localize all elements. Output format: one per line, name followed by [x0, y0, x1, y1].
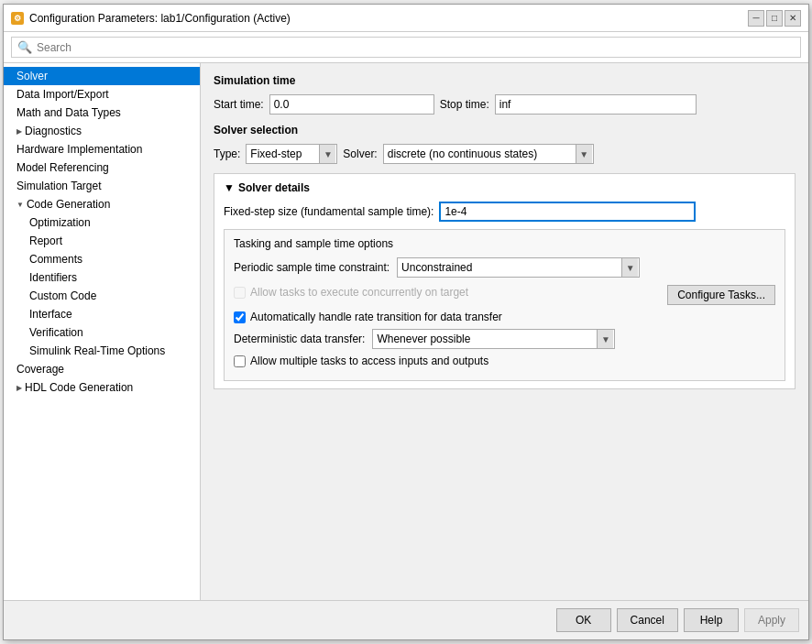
app-icon: ⚙: [11, 12, 24, 25]
sidebar-label-hdl-code-generation: HDL Code Generation: [25, 381, 133, 394]
deterministic-row: Deterministic data transfer: Whenever po…: [234, 329, 775, 349]
periodic-select[interactable]: Unconstrained Ensure sample time indepen…: [397, 257, 640, 278]
panel: Simulation time Start time: Stop time: S…: [201, 63, 808, 600]
tasking-title: Tasking and sample time options: [234, 237, 775, 250]
sidebar-item-hdl-code-generation[interactable]: ▶ HDL Code Generation: [4, 378, 200, 397]
allow-multiple-label: Allow multiple tasks to access inputs an…: [250, 355, 488, 367]
sidebar-item-simulink-real-time-options[interactable]: Simulink Real-Time Options: [4, 342, 200, 360]
titlebar: ⚙ Configuration Parameters: lab1/Configu…: [4, 5, 808, 32]
stop-time-label: Stop time:: [440, 98, 489, 111]
solver-details-section: ▼ Solver details Fixed-step size (fundam…: [214, 173, 796, 389]
main-window: ⚙ Configuration Parameters: lab1/Configu…: [3, 4, 809, 640]
solver-selection-section: Solver selection Type: Fixed-step Variab…: [214, 124, 796, 164]
sidebar-label-diagnostics: Diagnostics: [25, 125, 82, 137]
solver-details-label: Solver details: [238, 181, 310, 194]
minimize-button[interactable]: ─: [748, 10, 764, 27]
fixed-step-label: Fixed-step size (fundamental sample time…: [224, 205, 433, 218]
solver-selection-title: Solver selection: [214, 124, 796, 136]
sidebar-item-interface[interactable]: Interface: [4, 305, 200, 323]
sidebar-item-math-and-data-types[interactable]: Math and Data Types: [4, 104, 200, 122]
sidebar-item-report[interactable]: Report: [4, 232, 200, 250]
sidebar-item-simulation-target[interactable]: Simulation Target: [4, 177, 200, 195]
search-wrap: 🔍: [11, 37, 801, 58]
periodic-select-wrap: Unconstrained Ensure sample time indepen…: [397, 257, 640, 278]
start-time-input[interactable]: [269, 94, 434, 115]
collapse-icon: ▼: [224, 181, 235, 194]
configure-tasks-button[interactable]: Configure Tasks...: [667, 285, 775, 305]
deterministic-select[interactable]: Whenever possible Always Never: [372, 329, 615, 349]
simulation-time-section: Simulation time Start time: Stop time:: [214, 74, 796, 115]
search-icon: 🔍: [17, 40, 32, 54]
fixed-step-row: Fixed-step size (fundamental sample time…: [224, 202, 785, 222]
sidebar-item-identifiers[interactable]: Identifiers: [4, 268, 200, 287]
sidebar-item-data-import-export[interactable]: Data Import/Export: [4, 85, 200, 104]
start-time-label: Start time:: [214, 98, 264, 111]
configure-tasks-row: Allow tasks to execute concurrently on t…: [234, 285, 775, 305]
solver-label: Solver:: [343, 147, 377, 160]
type-label: Type:: [214, 147, 240, 160]
sidebar-item-coverage[interactable]: Coverage: [4, 360, 200, 378]
solver-row: Type: Fixed-step Variable-step ▼ Solver:…: [214, 144, 796, 164]
deterministic-label: Deterministic data transfer:: [234, 333, 365, 345]
close-button[interactable]: ✕: [785, 10, 801, 27]
maximize-button[interactable]: □: [766, 10, 783, 27]
deterministic-select-wrap: Whenever possible Always Never ▼: [372, 329, 615, 349]
allow-multiple-row: Allow multiple tasks to access inputs an…: [234, 355, 775, 367]
time-row: Start time: Stop time:: [214, 94, 796, 115]
main-content: Solver Data Import/Export Math and Data …: [4, 63, 808, 600]
allow-concurrent-label: Allow tasks to execute concurrently on t…: [250, 286, 468, 299]
solver-details-title[interactable]: ▼ Solver details: [224, 181, 785, 194]
sidebar-item-diagnostics[interactable]: ▶ Diagnostics: [4, 122, 200, 140]
allow-multiple-checkbox[interactable]: [234, 355, 246, 367]
sidebar-item-code-generation[interactable]: ▼ Code Generation: [4, 195, 200, 213]
window-title: Configuration Parameters: lab1/Configura…: [29, 12, 291, 25]
sidebar: Solver Data Import/Export Math and Data …: [4, 63, 201, 600]
sidebar-label-code-generation: Code Generation: [27, 198, 110, 211]
cancel-button[interactable]: Cancel: [617, 608, 678, 632]
footer: OK Cancel Help Apply: [4, 600, 808, 639]
solver-select-wrap: discrete (no continuous states) ode1 (Eu…: [383, 144, 594, 164]
search-bar: 🔍: [4, 32, 808, 63]
stop-time-input[interactable]: [495, 94, 697, 115]
sidebar-item-optimization[interactable]: Optimization: [4, 213, 200, 232]
fixed-step-input[interactable]: [439, 202, 696, 222]
sidebar-item-verification[interactable]: Verification: [4, 323, 200, 342]
auto-handle-label: Automatically handle rate transition for…: [250, 311, 502, 323]
chevron-right-icon: ▶: [16, 127, 22, 136]
chevron-right-icon2: ▶: [16, 384, 22, 392]
type-select[interactable]: Fixed-step Variable-step: [246, 144, 337, 164]
sidebar-item-solver[interactable]: Solver: [4, 67, 200, 85]
ok-button[interactable]: OK: [556, 608, 611, 632]
periodic-label: Periodic sample time constraint:: [234, 261, 390, 274]
allow-concurrent-checkbox[interactable]: [234, 287, 246, 299]
sidebar-item-model-referencing[interactable]: Model Referencing: [4, 158, 200, 177]
titlebar-controls: ─ □ ✕: [748, 10, 801, 27]
periodic-row: Periodic sample time constraint: Unconst…: [234, 257, 775, 278]
help-button[interactable]: Help: [684, 608, 739, 632]
sidebar-item-custom-code[interactable]: Custom Code: [4, 287, 200, 305]
sidebar-item-hardware-implementation[interactable]: Hardware Implementation: [4, 140, 200, 158]
type-select-wrap: Fixed-step Variable-step ▼: [246, 144, 337, 164]
solver-select[interactable]: discrete (no continuous states) ode1 (Eu…: [383, 144, 594, 164]
allow-concurrent-row: Allow tasks to execute concurrently on t…: [234, 286, 468, 299]
search-input[interactable]: [37, 41, 795, 54]
apply-button[interactable]: Apply: [744, 608, 799, 632]
tasking-section: Tasking and sample time options Periodic…: [224, 229, 785, 381]
chevron-down-icon: ▼: [16, 201, 24, 209]
sidebar-item-comments[interactable]: Comments: [4, 250, 200, 268]
simulation-time-title: Simulation time: [214, 74, 796, 87]
auto-handle-row: Automatically handle rate transition for…: [234, 311, 775, 323]
auto-handle-checkbox[interactable]: [234, 311, 246, 323]
titlebar-left: ⚙ Configuration Parameters: lab1/Configu…: [11, 12, 291, 25]
